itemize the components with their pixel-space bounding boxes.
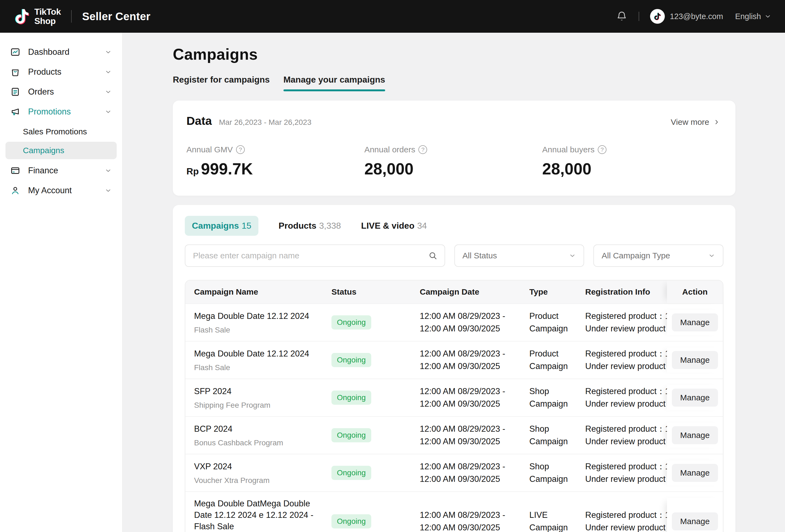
chevron-down-icon bbox=[569, 252, 576, 259]
campaign-name: Mega Double Date 12.12 2024 bbox=[194, 348, 323, 359]
campaign-date-end: 12:00 AM 09/30/2025 bbox=[420, 473, 529, 485]
tab-products[interactable]: Products 3,338 bbox=[279, 221, 341, 231]
manage-button[interactable]: Manage bbox=[672, 351, 718, 369]
help-icon[interactable] bbox=[598, 145, 606, 154]
col-campaign-name: Campaign Name bbox=[185, 280, 331, 303]
status-badge: Ongoing bbox=[331, 315, 371, 329]
sidebar-item-my-account[interactable]: My Account bbox=[0, 180, 122, 200]
campaign-name: Mega Double Date 12.12 2024 bbox=[194, 310, 323, 322]
campaign-date-end: 12:00 AM 09/30/2025 bbox=[420, 522, 529, 532]
col-status: Status bbox=[331, 280, 420, 303]
col-campaign-date: Campaign Date bbox=[420, 280, 529, 303]
campaign-search-input[interactable] bbox=[193, 251, 428, 260]
campaign-subtitle: Voucher Xtra Program bbox=[194, 476, 323, 485]
campaign-date-start: 12:00 AM 08/29/2023 - bbox=[420, 460, 529, 473]
chevron-down-icon bbox=[105, 167, 112, 174]
status-badge: Ongoing bbox=[331, 353, 371, 367]
under-review-product-count: Under review product：1 bbox=[585, 360, 667, 373]
language-selector[interactable]: English bbox=[735, 12, 771, 21]
sidebar-item-orders[interactable]: Orders bbox=[0, 82, 122, 102]
manage-button[interactable]: Manage bbox=[672, 464, 718, 482]
campaign-type: Product Campaign bbox=[529, 310, 581, 335]
campaign-list-card: Campaigns 15 Products 3,338 LIVE & video… bbox=[173, 205, 735, 532]
tab-manage-your-campaigns[interactable]: Manage your campaigns bbox=[283, 75, 385, 91]
manage-button[interactable]: Manage bbox=[672, 512, 718, 530]
campaign-subtitle: Flash Sale bbox=[194, 363, 323, 372]
campaign-type: Shop Campaign bbox=[529, 385, 581, 410]
sidebar-item-campaigns[interactable]: Campaigns bbox=[5, 142, 117, 159]
help-icon[interactable] bbox=[236, 145, 245, 154]
table-row: Mega Double Date 12.12 2024 Flash Sale O… bbox=[185, 303, 723, 341]
sidebar-item-promotions[interactable]: Promotions bbox=[0, 102, 122, 122]
stat-annual-gmv: Annual GMV Rp 999.7K bbox=[186, 145, 364, 178]
table-row: SFP 2024 Shipping Fee Program Ongoing 12… bbox=[185, 379, 723, 416]
manage-button[interactable]: Manage bbox=[672, 313, 718, 331]
account-email[interactable]: 123@byte.com bbox=[670, 12, 723, 21]
campaign-search bbox=[185, 245, 445, 267]
data-card: Data Mar 26,2023 - Mar 26,2023 View more… bbox=[173, 101, 735, 196]
stat-annual-buyers: Annual buyers 28,000 bbox=[542, 145, 720, 178]
sidebar-item-products[interactable]: Products bbox=[0, 62, 122, 82]
active-tab-underline bbox=[283, 90, 385, 91]
tab-register-for-campaigns[interactable]: Register for campaigns bbox=[173, 75, 270, 91]
campaign-date-start: 12:00 AM 08/29/2023 - bbox=[420, 310, 529, 323]
campaign-type: Product Campaign bbox=[529, 348, 581, 373]
under-review-product-count: Under review product：1 bbox=[585, 435, 667, 448]
chevron-down-icon bbox=[105, 88, 112, 95]
campaign-name: SFP 2024 bbox=[194, 386, 323, 397]
products-icon bbox=[10, 67, 23, 77]
sidebar-item-finance[interactable]: Finance bbox=[0, 160, 122, 180]
table-row: VXP 2024 Voucher Xtra Program Ongoing 12… bbox=[185, 454, 723, 491]
table-body: Mega Double Date 12.12 2024 Flash Sale O… bbox=[185, 303, 723, 532]
campaign-type: LIVE Campaign bbox=[529, 509, 581, 532]
campaign-date-start: 12:00 AM 08/29/2023 - bbox=[420, 509, 529, 522]
campaign-date-start: 12:00 AM 08/29/2023 - bbox=[420, 385, 529, 398]
table-row: Mega Double Date 12.12 2024 Flash Sale O… bbox=[185, 341, 723, 379]
help-icon[interactable] bbox=[419, 145, 427, 154]
sidebar-item-sales-promotions[interactable]: Sales Promotions bbox=[5, 123, 117, 141]
dashboard-icon bbox=[10, 47, 23, 57]
col-type: Type bbox=[529, 280, 585, 303]
registered-product-count: Registered product：100 bbox=[585, 310, 667, 323]
chevron-down-icon bbox=[708, 252, 715, 259]
chevron-down-icon bbox=[105, 49, 112, 56]
manage-button[interactable]: Manage bbox=[672, 426, 718, 444]
under-review-product-count: Under review product：1 bbox=[585, 323, 667, 335]
status-badge: Ongoing bbox=[331, 390, 371, 405]
promotions-megaphone-icon bbox=[10, 106, 23, 117]
chevron-down-icon bbox=[105, 187, 112, 194]
table-row: Mega Double DatMega Double Date 12.12 20… bbox=[185, 491, 723, 532]
col-action: Action bbox=[667, 280, 723, 303]
sidebar-item-dashboard[interactable]: Dashboard bbox=[0, 42, 122, 62]
status-filter-select[interactable]: All Status bbox=[454, 245, 584, 267]
tiktok-shop-wordmark: TikTok Shop bbox=[34, 7, 61, 26]
topbar-divider bbox=[71, 10, 72, 23]
page-title: Campaigns bbox=[173, 45, 785, 63]
seller-center-title: Seller Center bbox=[82, 10, 150, 23]
campaign-date-start: 12:00 AM 08/29/2023 - bbox=[420, 348, 529, 360]
campaign-date-end: 12:00 AM 09/30/2025 bbox=[420, 323, 529, 335]
sidebar: Dashboard Products Orders bbox=[0, 33, 123, 532]
registered-product-count: Registered product：100 bbox=[585, 509, 667, 522]
campaign-subtitle: Bonus Cashback Program bbox=[194, 438, 323, 447]
top-bar: TikTok Shop Seller Center 123@byte.com E… bbox=[0, 0, 785, 33]
table-row: BCP 2024 Bonus Cashback Program Ongoing … bbox=[185, 416, 723, 454]
account-avatar[interactable] bbox=[650, 9, 665, 24]
notification-bell-icon[interactable] bbox=[616, 10, 628, 22]
registered-product-count: Registered product：100 bbox=[585, 385, 667, 398]
chevron-right-icon bbox=[713, 119, 720, 126]
campaign-type-filter-select[interactable]: All Campaign Type bbox=[593, 245, 724, 267]
stat-annual-orders: Annual orders 28,000 bbox=[364, 145, 542, 178]
manage-button[interactable]: Manage bbox=[672, 389, 718, 407]
view-more-link[interactable]: View more bbox=[671, 118, 720, 127]
filters-row: All Status All Campaign Type bbox=[185, 245, 724, 267]
data-card-title: Data bbox=[186, 114, 212, 128]
tab-campaigns[interactable]: Campaigns 15 bbox=[185, 216, 258, 236]
under-review-product-count: Under review product：1 bbox=[585, 522, 667, 532]
campaign-name: VXP 2024 bbox=[194, 461, 323, 472]
chevron-down-icon bbox=[105, 108, 112, 115]
tiktok-shop-logo-icon bbox=[14, 6, 30, 27]
registered-product-count: Registered product：100 bbox=[585, 423, 667, 435]
campaign-type: Shop Campaign bbox=[529, 423, 581, 448]
tab-live-video[interactable]: LIVE & video 34 bbox=[361, 221, 427, 231]
